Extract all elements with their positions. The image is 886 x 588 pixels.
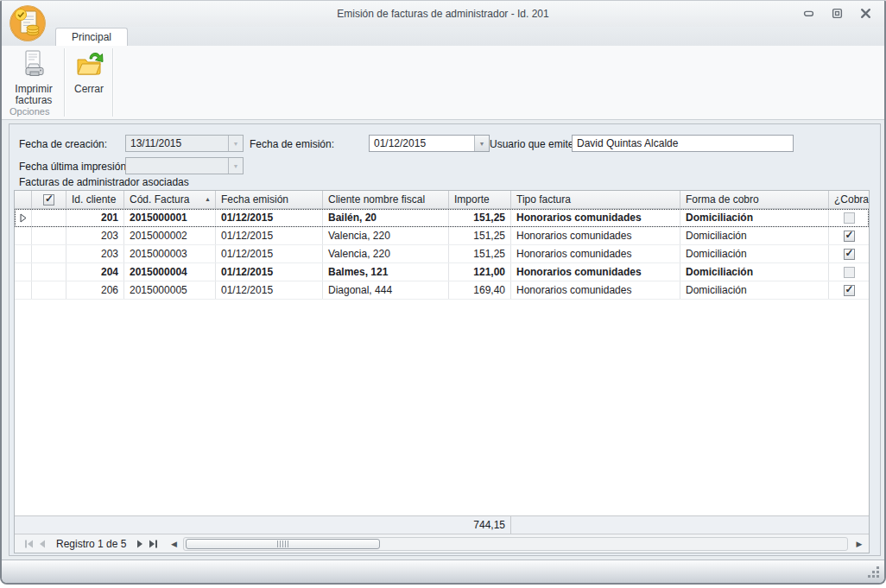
record-navigator: Registro 1 de 5 ◀ ▶	[15, 534, 869, 553]
next-record-icon[interactable]	[133, 538, 147, 550]
table-row[interactable]: 203 2015000003 01/12/2015 Valencia, 220 …	[15, 245, 869, 263]
cell-importe[interactable]: 151,25	[449, 227, 511, 244]
cell-id-cliente[interactable]: 206	[66, 281, 124, 299]
scrollbar-thumb[interactable]	[186, 539, 380, 549]
row-select-cell[interactable]	[32, 227, 66, 244]
cell-cobrada[interactable]	[829, 245, 869, 262]
row-select-cell[interactable]	[32, 245, 66, 262]
scroll-right-icon[interactable]: ▶	[853, 538, 865, 550]
column-header-tipo-factura[interactable]: Tipo factura	[511, 191, 680, 208]
status-bar	[2, 560, 884, 583]
select-all-column-header[interactable]	[32, 191, 66, 208]
sort-ascending-icon: ▲	[205, 196, 211, 202]
exit-folder-icon	[74, 49, 104, 81]
first-record-icon[interactable]	[22, 538, 35, 550]
cell-forma-cobro[interactable]: Domiciliación	[680, 227, 829, 244]
cell-cliente[interactable]: Balmes, 121	[323, 263, 449, 281]
imprimir-facturas-button[interactable]: Imprimir facturas	[6, 49, 61, 106]
window-controls	[801, 7, 872, 19]
cell-tipo-factura[interactable]: Honorarios comunidades	[511, 227, 680, 244]
table-row[interactable]: 201 2015000001 01/12/2015 Bailén, 20 151…	[15, 209, 869, 227]
table-row[interactable]: 206 2015000005 01/12/2015 Diagonal, 444 …	[15, 281, 869, 300]
horizontal-scrollbar[interactable]	[183, 537, 848, 551]
table-row[interactable]: 204 2015000004 01/12/2015 Balmes, 121 12…	[15, 263, 869, 281]
cell-forma-cobro[interactable]: Domiciliación	[680, 245, 829, 262]
cell-cliente[interactable]: Bailén, 20	[323, 209, 449, 226]
cobrada-checkbox[interactable]	[844, 231, 855, 242]
row-indicator-cell	[15, 281, 32, 299]
cell-cobrada[interactable]	[829, 263, 869, 281]
cell-importe[interactable]: 169,40	[449, 281, 511, 299]
fecha-emision-value: 01/12/2015	[374, 137, 426, 149]
cell-cliente[interactable]: Valencia, 220	[323, 227, 449, 244]
fecha-creacion-value: 13/11/2015	[130, 137, 181, 149]
cell-cobrada[interactable]	[829, 281, 869, 299]
cell-tipo-factura[interactable]: Honorarios comunidades	[511, 245, 680, 262]
minimize-icon[interactable]	[801, 7, 815, 19]
last-record-icon[interactable]	[147, 538, 161, 550]
close-icon[interactable]	[858, 7, 872, 19]
cell-forma-cobro[interactable]: Domiciliación	[680, 263, 829, 281]
row-select-cell[interactable]	[32, 209, 66, 226]
cobrada-checkbox[interactable]	[844, 267, 855, 278]
usuario-emite-label: Usuario que emite:	[490, 138, 577, 150]
cell-forma-cobro[interactable]: Domiciliación	[680, 281, 829, 299]
cell-forma-cobro[interactable]: Domiciliación	[680, 209, 829, 226]
column-header-id-cliente[interactable]: Id. cliente	[66, 191, 124, 208]
cell-fecha-emision[interactable]: 01/12/2015	[216, 263, 323, 281]
ribbon: Imprimir facturas Cerrar Opciones	[2, 46, 884, 120]
maximize-icon[interactable]	[830, 7, 844, 19]
cell-fecha-emision[interactable]: 01/12/2015	[216, 245, 323, 262]
cell-cod-factura[interactable]: 2015000005	[124, 281, 216, 299]
cell-tipo-factura[interactable]: Honorarios comunidades	[511, 209, 680, 226]
cobrada-checkbox[interactable]	[844, 285, 855, 296]
usuario-emite-field[interactable]: David Quintas Alcalde	[572, 135, 794, 152]
cell-fecha-emision[interactable]: 01/12/2015	[216, 227, 323, 244]
scroll-left-icon[interactable]: ◀	[168, 538, 180, 550]
cobrada-checkbox[interactable]	[844, 212, 855, 224]
cell-cliente[interactable]: Diagonal, 444	[323, 281, 449, 299]
cell-id-cliente[interactable]: 203	[66, 227, 124, 244]
grid-section-label: Facturas de administrador asociadas	[19, 176, 189, 188]
cerrar-button[interactable]: Cerrar	[68, 49, 110, 106]
column-header-cliente[interactable]: Cliente nombre fiscal	[323, 191, 449, 208]
cell-importe[interactable]: 121,00	[449, 263, 511, 281]
cell-tipo-factura[interactable]: Honorarios comunidades	[511, 263, 680, 281]
chevron-down-icon[interactable]: ▼	[474, 136, 489, 151]
row-indicator-cell	[15, 263, 32, 281]
cell-id-cliente[interactable]: 203	[66, 245, 124, 262]
row-select-cell[interactable]	[32, 263, 66, 281]
column-header-importe[interactable]: Importe	[449, 191, 511, 208]
cell-id-cliente[interactable]: 204	[66, 263, 124, 281]
resize-grip[interactable]	[868, 566, 880, 579]
usuario-emite-value: David Quintas Alcalde	[577, 137, 678, 149]
application-window: Emisión de facturas de administrador - I…	[0, 0, 886, 585]
cell-cobrada[interactable]	[829, 227, 869, 244]
cell-fecha-emision[interactable]: 01/12/2015	[216, 281, 323, 299]
column-header-fecha-emision[interactable]: Fecha emisión	[216, 191, 323, 208]
cell-cobrada[interactable]	[829, 209, 869, 226]
row-select-cell[interactable]	[32, 281, 66, 299]
previous-record-icon[interactable]	[35, 538, 49, 550]
cobrada-checkbox[interactable]	[844, 249, 855, 260]
cell-cod-factura[interactable]: 2015000002	[124, 227, 216, 244]
cell-id-cliente[interactable]: 201	[66, 209, 124, 226]
record-position-text: Registro 1 de 5	[56, 538, 126, 550]
column-header-forma-cobro[interactable]: Forma de cobro	[680, 191, 829, 208]
cell-importe[interactable]: 151,25	[449, 209, 511, 226]
scrollbar-grip-icon	[277, 541, 288, 547]
select-all-checkbox[interactable]	[43, 194, 54, 205]
cell-importe[interactable]: 151,25	[449, 245, 511, 262]
cell-tipo-factura[interactable]: Honorarios comunidades	[511, 281, 680, 299]
cell-cliente[interactable]: Valencia, 220	[323, 245, 449, 262]
cell-cod-factura[interactable]: 2015000003	[124, 245, 216, 262]
fecha-emision-field[interactable]: 01/12/2015 ▼	[369, 135, 490, 152]
tab-principal[interactable]: Principal	[55, 28, 128, 47]
cell-cod-factura[interactable]: 2015000001	[124, 209, 216, 226]
column-header-cobrada[interactable]: ¿Cobrada?	[829, 191, 869, 208]
cell-cod-factura[interactable]: 2015000004	[124, 263, 216, 281]
cell-fecha-emision[interactable]: 01/12/2015	[216, 209, 323, 226]
column-header-cod-factura[interactable]: Cód. Factura▲	[124, 191, 216, 208]
cerrar-label: Cerrar	[74, 84, 104, 95]
table-row[interactable]: 203 2015000002 01/12/2015 Valencia, 220 …	[15, 227, 869, 245]
